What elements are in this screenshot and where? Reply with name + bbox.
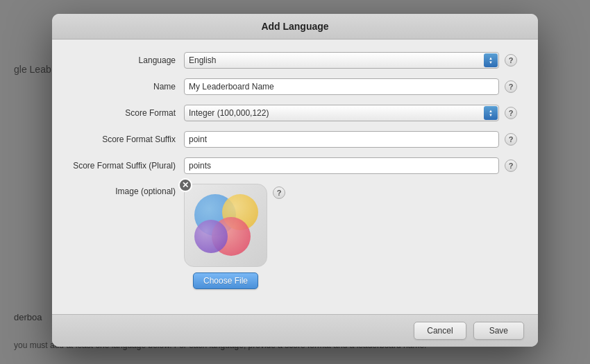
- score-format-control-wrap: Integer (100,000,122) Elapsed Time (MM:S…: [184, 105, 517, 121]
- score-suffix-control-wrap: ?: [184, 131, 517, 148]
- score-suffix-label: Score Format Suffix: [73, 135, 184, 144]
- language-help-icon[interactable]: ?: [505, 54, 517, 67]
- score-suffix-row: Score Format Suffix ?: [73, 131, 517, 148]
- remove-image-button[interactable]: ✕: [178, 178, 192, 192]
- score-format-help-icon[interactable]: ?: [505, 107, 517, 119]
- name-label: Name: [73, 82, 184, 92]
- image-row: Image (optional) ✕: [73, 184, 517, 289]
- cancel-button[interactable]: Cancel: [414, 322, 466, 340]
- score-suffix-plural-help-icon[interactable]: ?: [505, 159, 517, 172]
- score-suffix-plural-row: Score Format Suffix (Plural) ?: [73, 157, 517, 174]
- image-help-icon[interactable]: ?: [273, 187, 285, 199]
- dialog-footer: Cancel Save: [52, 314, 538, 347]
- game-center-icon: [191, 191, 260, 260]
- dialog-titlebar: Add Language: [52, 14, 538, 40]
- image-label: Image (optional): [73, 184, 184, 196]
- image-preview: [184, 184, 267, 267]
- language-select-wrap: English French German Spanish Japanese: [184, 52, 499, 69]
- add-language-dialog: Add Language Language English French Ger…: [52, 14, 538, 347]
- language-select[interactable]: English French German Spanish Japanese: [184, 52, 499, 69]
- score-suffix-input[interactable]: [184, 131, 499, 148]
- image-preview-wrap: ✕: [184, 184, 267, 267]
- image-content: ✕ Choose File: [184, 184, 267, 289]
- score-suffix-plural-label: Score Format Suffix (Plural): [73, 161, 184, 171]
- score-suffix-help-icon[interactable]: ?: [505, 133, 517, 146]
- choose-file-button[interactable]: Choose File: [193, 272, 258, 289]
- name-row: Name ?: [73, 78, 517, 95]
- name-help-icon[interactable]: ?: [505, 80, 517, 93]
- gc-purple-circle: [194, 220, 228, 253]
- save-button[interactable]: Save: [473, 322, 524, 340]
- image-content-wrap: ✕ Choose File ?: [184, 184, 285, 289]
- name-input[interactable]: [184, 78, 499, 95]
- score-format-row: Score Format Integer (100,000,122) Elaps…: [73, 105, 517, 121]
- score-format-select-wrap: Integer (100,000,122) Elapsed Time (MM:S…: [184, 105, 499, 121]
- dialog-title: Add Language: [261, 21, 328, 32]
- dialog-body: Language English French German Spanish J…: [52, 40, 538, 314]
- language-row: Language English French German Spanish J…: [73, 52, 517, 69]
- score-suffix-plural-input[interactable]: [184, 157, 499, 174]
- score-format-select[interactable]: Integer (100,000,122) Elapsed Time (MM:S…: [184, 105, 499, 121]
- language-control-wrap: English French German Spanish Japanese ?: [184, 52, 517, 69]
- score-suffix-plural-control-wrap: ?: [184, 157, 517, 174]
- name-control-wrap: ?: [184, 78, 517, 95]
- language-label: Language: [73, 55, 184, 65]
- score-format-label: Score Format: [73, 108, 184, 118]
